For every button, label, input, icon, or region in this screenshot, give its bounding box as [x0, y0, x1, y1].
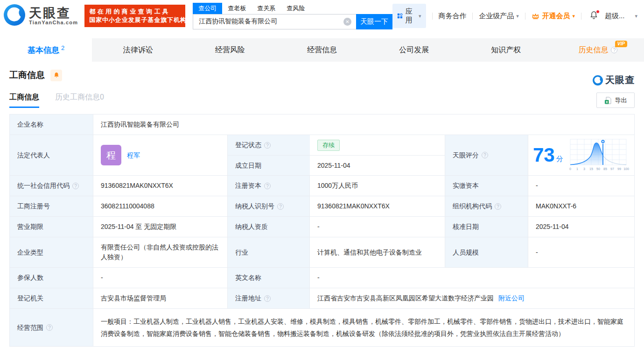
field-label-company-type: 企业类型 [10, 237, 93, 267]
score-distribution-chart: 0 1 3 15 50 85 97 99 100 [568, 138, 630, 172]
help-icon[interactable]: ? [482, 152, 488, 158]
table-row: 工商注册号 360821110004088 纳税人识别号 ? 91360821M… [10, 196, 634, 216]
nav-enterprise-label: 企业级产品 [479, 12, 514, 21]
main-tab-bar: 基本信息 2 法律诉讼 经营风险 经营信息 公司发展 知识产权 历史信息 ? V… [0, 38, 644, 62]
score-unit: 分 [556, 154, 563, 164]
crown-icon [532, 13, 539, 20]
field-label-english-name: 英文名称 [227, 268, 309, 288]
notification-bell-icon[interactable] [589, 11, 598, 21]
search-tab-risk[interactable]: 查风险 [281, 3, 310, 14]
search-tab-company[interactable]: 查公司 [193, 3, 222, 14]
field-value-business-term: 2025-11-04 至 无固定期限 [93, 217, 227, 237]
chevron-down-icon: ▾ [573, 13, 575, 19]
search-input[interactable] [193, 14, 356, 29]
promo-line1: 都在用的商业查询工具 [89, 7, 181, 16]
monitor-bell-icon[interactable] [50, 70, 62, 81]
tianyancha-logo[interactable]: 天眼查 TianYanCha.com [4, 4, 78, 28]
field-label-credit-code: 统一社会信用代码 ? [10, 176, 93, 196]
help-icon[interactable]: ? [72, 183, 79, 189]
help-icon[interactable]: ? [611, 47, 617, 53]
help-icon[interactable]: ? [264, 295, 271, 302]
field-label-company-name: 企业名称 [10, 114, 93, 135]
top-navigation: 应用 ▾ 商务合作 企业级产品 ▾ 开通会员 ▾ 超级... ▾ [392, 4, 644, 28]
field-label-taxpayer-id: 纳税人识别号 ? [227, 196, 309, 216]
watermark-text: 天眼查 [605, 74, 635, 86]
tab-basic-info-count: 2 [61, 44, 64, 51]
nav-enterprise[interactable]: 企业级产品 ▾ [479, 12, 519, 21]
subtab-history-business-info[interactable]: 历史工商信息0 [55, 93, 104, 108]
field-value-business-scope: 一般项目：工业机器人制造，工业机器人销售，工业机器人安装、维修，模具制造，模具销… [93, 309, 634, 346]
help-icon[interactable]: ? [495, 203, 501, 210]
sub-tabs: 工商信息 历史工商信息0 [9, 93, 635, 108]
field-label-reg-address: 注册地址 ? [227, 288, 309, 308]
section-title: 工商信息 [9, 69, 45, 81]
reg-address-text: 江西省吉安市吉安县高新区凤凰园区希望大道数字经济产业园 [317, 293, 494, 303]
field-value-company-name: 江西协讯智能装备有限公司 [93, 114, 634, 135]
legal-rep-avatar[interactable]: 程 [101, 145, 121, 165]
reg-capital-label-text: 注册资本 [235, 181, 261, 191]
field-label-establish-date: 成立日期 [228, 156, 310, 175]
tick-label: 99 [617, 167, 621, 171]
status-badge: 存续 [317, 140, 340, 151]
nav-membership[interactable]: 开通会员 ▾ [532, 12, 575, 21]
field-label-business-scope: 经营范围 ? [10, 309, 93, 346]
field-label-industry: 行业 [227, 237, 309, 267]
nav-cooperation[interactable]: 商务合作 [438, 12, 466, 21]
tab-history-info[interactable]: 历史信息 ? VIP [552, 38, 644, 62]
clear-search-icon[interactable]: ✕ [343, 18, 351, 26]
field-label-insured-count: 参保人数 [10, 268, 93, 288]
subtab-business-info[interactable]: 工商信息 [9, 93, 39, 108]
table-row: 统一社会信用代码 ? 91360821MAK0NXXT6X 注册资本 ? 100… [10, 175, 634, 196]
tab-company-development[interactable]: 公司发展 [368, 38, 460, 62]
field-value-credit-code: 91360821MAK0NXXT6X [93, 176, 227, 196]
export-button[interactable]: X 导出 [596, 93, 635, 108]
help-icon[interactable]: ? [264, 183, 271, 189]
search-button[interactable]: 天眼一下 [356, 14, 392, 29]
table-row: 参保人数 - 英文名称 - [10, 267, 634, 288]
help-icon[interactable]: ? [264, 142, 271, 149]
help-icon[interactable]: ? [46, 324, 53, 331]
field-label-staff-size: 人员规模 [445, 237, 528, 267]
svg-text:X: X [605, 100, 608, 104]
tab-operation-info[interactable]: 经营信息 [276, 38, 368, 62]
nav-apps[interactable]: 应用 ▾ [392, 4, 426, 28]
logo-domain: TianYanCha.com [29, 20, 78, 25]
divider [525, 13, 525, 20]
field-label-paid-capital: 实缴资本 [445, 176, 528, 196]
field-value-taxpayer-id: 91360821MAK0NXXT6X [309, 196, 445, 216]
field-value-org-code: MAK0NXXT-6 [528, 196, 634, 216]
tab-legal[interactable]: 法律诉讼 [92, 38, 184, 62]
table-row: 营业期限 2025-11-04 至 无固定期限 纳税人资质 - 核准日期 202… [10, 216, 634, 237]
business-scope-label-text: 经营范围 [17, 323, 43, 333]
field-label-reg-authority: 登记机关 [10, 288, 93, 308]
nav-apps-label: 应用 [406, 7, 416, 25]
export-label: 导出 [615, 96, 627, 105]
table-row: 企业名称 江西协讯智能装备有限公司 [10, 114, 634, 135]
tick-label: 97 [610, 167, 614, 171]
field-value-english-name: - [309, 268, 634, 288]
legal-rep-name-link[interactable]: 程军 [127, 150, 140, 160]
field-label-score: 天眼评分 ? [445, 135, 528, 175]
field-label-reg-capital: 注册资本 ? [227, 176, 309, 196]
field-label-reg-number: 工商注册号 [10, 196, 93, 216]
field-value-staff-size: - [528, 237, 634, 267]
chevron-down-icon[interactable]: ▾ [635, 13, 637, 19]
field-value-establish-date: 2025-11-04 [310, 156, 445, 175]
field-value-reg-address: 江西省吉安市吉安县高新区凤凰园区希望大道数字经济产业园 附近公司 [309, 288, 634, 308]
nearby-companies-link[interactable]: 附近公司 [498, 293, 525, 303]
help-icon[interactable]: ? [277, 203, 284, 210]
nav-username[interactable]: 超级... [605, 12, 625, 21]
business-info-table: 企业名称 江西协讯智能装备有限公司 法定代表人 程 程军 登记状态 ? 存续 [9, 114, 635, 347]
field-value-paid-capital: - [528, 176, 634, 196]
score-label-text: 天眼评分 [453, 150, 479, 160]
reg-status-label-text: 登记状态 [235, 140, 261, 150]
tab-operation-risk[interactable]: 经营风险 [184, 38, 276, 62]
divider [472, 13, 473, 20]
field-value-taxpayer-quality: - [309, 217, 445, 237]
reg-address-label-text: 注册地址 [235, 293, 261, 303]
search-tab-relation[interactable]: 查关系 [252, 3, 281, 14]
search-tab-boss[interactable]: 查老板 [222, 3, 252, 14]
tab-basic-info[interactable]: 基本信息 2 [0, 38, 92, 62]
tab-intellectual-property[interactable]: 知识产权 [460, 38, 552, 62]
tick-label: 15 [589, 167, 593, 171]
